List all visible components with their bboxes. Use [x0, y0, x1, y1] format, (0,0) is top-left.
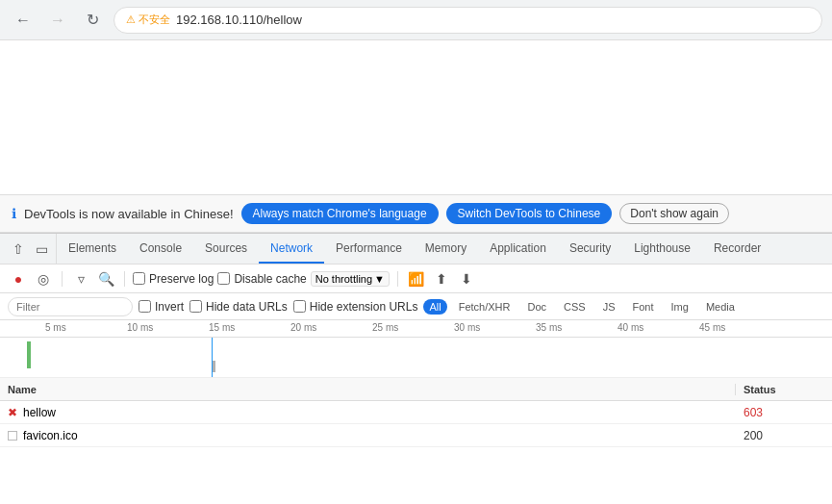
back-button[interactable]: ←	[10, 7, 37, 34]
clear-button[interactable]: ◎	[33, 268, 54, 290]
search-icon[interactable]: 🔍	[95, 268, 116, 290]
timeline-area: 5 ms 10 ms 15 ms 20 ms 25 ms 30 ms 35 ms…	[0, 320, 832, 378]
ruler-mark-30ms: 30 ms	[452, 320, 480, 333]
throttle-select[interactable]: No throttling ▼	[311, 271, 390, 287]
throttle-chevron-icon: ▼	[374, 273, 385, 285]
network-toolbar: ● ◎ ▿ 🔍 Preserve log Disable cache No th…	[0, 265, 832, 293]
ruler-mark-20ms: 20 ms	[289, 320, 316, 333]
ruler-mark-5ms: 5 ms	[43, 320, 66, 333]
row-filename-hellow: hellow	[23, 406, 56, 419]
timeline-graph	[0, 338, 832, 378]
devtools-panel: ⇧ ▭ Elements Console Sources Network Per…	[0, 233, 832, 447]
tab-console[interactable]: Console	[128, 234, 193, 264]
filter-type-fetch-xhr[interactable]: Fetch/XHR	[453, 299, 517, 315]
toolbar-separator-2	[124, 271, 125, 287]
filter-type-font[interactable]: Font	[627, 299, 660, 315]
toolbar-separator-1	[62, 271, 63, 287]
tab-performance[interactable]: Performance	[324, 234, 414, 264]
record-button[interactable]: ●	[8, 268, 29, 290]
wifi-icon[interactable]: 📶	[406, 268, 427, 290]
tab-sources[interactable]: Sources	[193, 234, 259, 264]
disable-cache-label[interactable]: Disable cache	[217, 272, 306, 286]
tab-security[interactable]: Security	[558, 234, 622, 264]
table-row[interactable]: favicon.ico 200	[0, 424, 832, 447]
table-header: Name Status	[0, 378, 832, 401]
disable-cache-text: Disable cache	[234, 272, 306, 286]
refresh-button[interactable]: ↻	[79, 7, 106, 34]
tab-elements[interactable]: Elements	[57, 234, 128, 264]
filter-type-js[interactable]: JS	[597, 299, 621, 315]
normal-icon	[8, 431, 17, 441]
request-bar-favicon	[213, 361, 215, 372]
tab-network[interactable]: Network	[259, 234, 324, 264]
filter-input[interactable]	[8, 297, 133, 316]
table-row[interactable]: ✖ hellow 603	[0, 401, 832, 424]
tab-memory[interactable]: Memory	[414, 234, 478, 264]
match-language-button[interactable]: Always match Chrome's language	[241, 203, 439, 224]
filter-type-css[interactable]: CSS	[558, 299, 592, 315]
tab-recorder[interactable]: Recorder	[702, 234, 772, 264]
col-header-name: Name	[0, 384, 736, 395]
preserve-log-label[interactable]: Preserve log	[133, 272, 214, 286]
switch-to-chinese-button[interactable]: Switch DevTools to Chinese	[446, 203, 613, 224]
hide-data-urls-checkbox[interactable]	[189, 300, 202, 313]
ruler-mark-10ms: 10 ms	[125, 320, 153, 333]
throttle-label: No throttling	[315, 273, 372, 285]
address-bar[interactable]: ⚠ 不安全 192.168.10.110/hellow	[113, 7, 822, 34]
hide-data-urls-text: Hide data URLs	[206, 300, 288, 314]
invert-checkbox[interactable]	[139, 300, 151, 313]
ruler-mark-25ms: 25 ms	[370, 320, 398, 333]
filter-type-img[interactable]: Img	[666, 299, 694, 315]
import-icon[interactable]: ⬆	[431, 268, 452, 290]
filter-type-doc[interactable]: Doc	[522, 299, 553, 315]
filter-icon[interactable]: ▿	[70, 268, 91, 290]
browser-toolbar: ← → ↻ ⚠ 不安全 192.168.10.110/hellow	[0, 0, 832, 40]
row-status-favicon: 200	[736, 429, 832, 442]
timeline-ruler: 5 ms 10 ms 15 ms 20 ms 25 ms 30 ms 35 ms…	[0, 320, 832, 338]
notification-message: DevTools is now available in Chinese!	[24, 207, 234, 221]
filter-type-media[interactable]: Media	[700, 299, 741, 315]
invert-text: Invert	[155, 300, 184, 314]
tab-lighthouse[interactable]: Lighthouse	[622, 234, 702, 264]
dont-show-again-button[interactable]: Don't show again	[619, 203, 729, 224]
hide-extension-urls-checkbox[interactable]	[293, 300, 306, 313]
request-bar-hellow	[27, 341, 31, 368]
row-name-favicon: favicon.ico	[0, 429, 736, 442]
preserve-log-checkbox[interactable]	[133, 272, 145, 285]
forward-button[interactable]: →	[44, 7, 71, 34]
invert-label[interactable]: Invert	[139, 300, 184, 314]
devtools-device-icon[interactable]: ▭	[31, 239, 52, 260]
devtools-icon-group: ⇧ ▭	[4, 234, 57, 264]
info-icon: ℹ	[12, 206, 16, 221]
devtools-cursor-icon[interactable]: ⇧	[8, 239, 29, 260]
error-icon: ✖	[8, 406, 17, 419]
ruler-mark-45ms: 45 ms	[697, 320, 725, 333]
col-header-status: Status	[736, 384, 832, 395]
export-icon[interactable]: ⬇	[456, 268, 477, 290]
toolbar-separator-3	[397, 271, 398, 287]
ruler-mark-15ms: 15 ms	[207, 320, 235, 333]
security-warning: ⚠ 不安全	[126, 13, 170, 27]
row-name-hellow: ✖ hellow	[0, 406, 736, 419]
network-table: Name Status ✖ hellow 603 favicon.ico 200	[0, 378, 832, 447]
tab-application[interactable]: Application	[478, 234, 558, 264]
devtools-tabs: ⇧ ▭ Elements Console Sources Network Per…	[0, 234, 832, 265]
filter-type-all[interactable]: All	[423, 299, 446, 315]
row-status-hellow: 603	[736, 406, 832, 419]
row-filename-favicon: favicon.ico	[23, 429, 78, 442]
url-text: 192.168.10.110/hellow	[176, 13, 302, 27]
disable-cache-checkbox[interactable]	[217, 272, 230, 285]
hide-extension-urls-label[interactable]: Hide extension URLs	[293, 300, 418, 314]
devtools-notification: ℹ DevTools is now available in Chinese! …	[0, 194, 832, 233]
page-area	[0, 40, 832, 194]
ruler-mark-35ms: 35 ms	[534, 320, 562, 333]
filter-row: Invert Hide data URLs Hide extension URL…	[0, 293, 832, 320]
ruler-mark-40ms: 40 ms	[616, 320, 643, 333]
hide-extension-urls-text: Hide extension URLs	[310, 300, 418, 314]
hide-data-urls-label[interactable]: Hide data URLs	[189, 300, 288, 314]
preserve-log-text: Preserve log	[149, 272, 214, 286]
